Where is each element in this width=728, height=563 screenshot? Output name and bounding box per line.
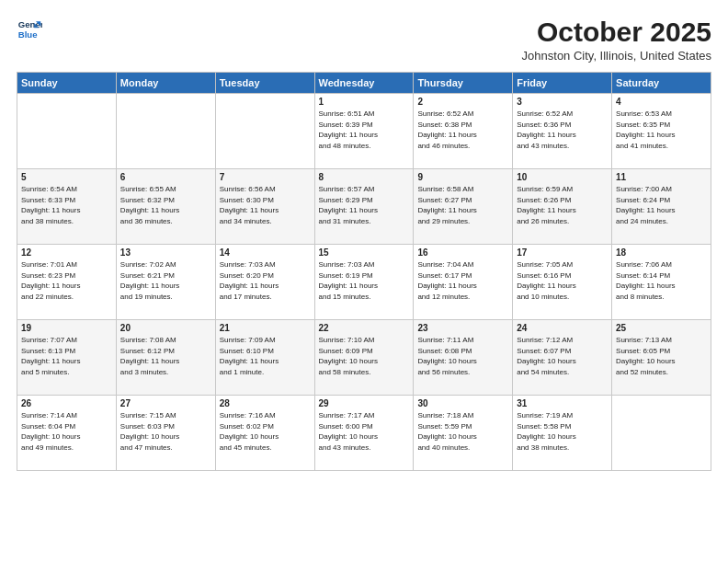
calendar-cell: 6Sunrise: 6:55 AM Sunset: 6:32 PM Daylig… bbox=[116, 169, 215, 245]
day-info: Sunrise: 6:56 AM Sunset: 6:30 PM Dayligh… bbox=[220, 184, 311, 226]
calendar-cell bbox=[612, 396, 711, 471]
day-info: Sunrise: 7:14 AM Sunset: 6:04 PM Dayligh… bbox=[21, 410, 112, 453]
day-number: 30 bbox=[417, 398, 508, 408]
day-number: 8 bbox=[319, 172, 410, 182]
calendar-cell: 16Sunrise: 7:04 AM Sunset: 6:17 PM Dayli… bbox=[414, 245, 513, 320]
day-info: Sunrise: 6:52 AM Sunset: 6:36 PM Dayligh… bbox=[517, 109, 608, 151]
week-row-0: 1Sunrise: 6:51 AM Sunset: 6:39 PM Daylig… bbox=[17, 94, 711, 169]
calendar-cell: 2Sunrise: 6:52 AM Sunset: 6:38 PM Daylig… bbox=[414, 94, 513, 169]
day-info: Sunrise: 6:59 AM Sunset: 6:26 PM Dayligh… bbox=[517, 184, 608, 226]
day-info: Sunrise: 7:00 AM Sunset: 6:24 PM Dayligh… bbox=[616, 184, 707, 226]
calendar-cell: 12Sunrise: 7:01 AM Sunset: 6:23 PM Dayli… bbox=[17, 245, 117, 320]
calendar-cell: 24Sunrise: 7:12 AM Sunset: 6:07 PM Dayli… bbox=[513, 320, 612, 396]
day-number: 12 bbox=[21, 247, 112, 258]
day-info: Sunrise: 6:53 AM Sunset: 6:35 PM Dayligh… bbox=[616, 109, 707, 151]
day-number: 23 bbox=[417, 323, 508, 333]
calendar-cell: 5Sunrise: 6:54 AM Sunset: 6:33 PM Daylig… bbox=[17, 169, 117, 245]
th-monday: Monday bbox=[116, 73, 215, 94]
day-info: Sunrise: 7:17 AM Sunset: 6:00 PM Dayligh… bbox=[319, 410, 410, 453]
logo: General Blue bbox=[17, 17, 42, 42]
day-number: 19 bbox=[21, 323, 112, 333]
th-wednesday: Wednesday bbox=[314, 73, 414, 94]
day-info: Sunrise: 6:58 AM Sunset: 6:27 PM Dayligh… bbox=[417, 184, 508, 226]
day-info: Sunrise: 6:55 AM Sunset: 6:32 PM Dayligh… bbox=[120, 184, 211, 226]
title-block: October 2025 Johnston City, Illinois, Un… bbox=[522, 17, 711, 63]
calendar-cell: 11Sunrise: 7:00 AM Sunset: 6:24 PM Dayli… bbox=[612, 169, 711, 245]
header: General Blue October 2025 Johnston City,… bbox=[17, 17, 711, 63]
calendar-cell: 14Sunrise: 7:03 AM Sunset: 6:20 PM Dayli… bbox=[215, 245, 314, 320]
header-row: Sunday Monday Tuesday Wednesday Thursday… bbox=[17, 73, 711, 94]
calendar-cell bbox=[215, 94, 314, 169]
day-info: Sunrise: 7:11 AM Sunset: 6:08 PM Dayligh… bbox=[417, 335, 508, 377]
day-number: 2 bbox=[417, 97, 508, 107]
day-info: Sunrise: 7:07 AM Sunset: 6:13 PM Dayligh… bbox=[21, 335, 112, 377]
calendar-table: Sunday Monday Tuesday Wednesday Thursday… bbox=[17, 72, 711, 471]
week-row-4: 26Sunrise: 7:14 AM Sunset: 6:04 PM Dayli… bbox=[17, 396, 711, 471]
calendar-cell: 29Sunrise: 7:17 AM Sunset: 6:00 PM Dayli… bbox=[314, 396, 414, 471]
calendar-cell: 10Sunrise: 6:59 AM Sunset: 6:26 PM Dayli… bbox=[513, 169, 612, 245]
day-number: 10 bbox=[517, 172, 608, 182]
day-info: Sunrise: 7:01 AM Sunset: 6:23 PM Dayligh… bbox=[21, 259, 112, 302]
day-info: Sunrise: 6:57 AM Sunset: 6:29 PM Dayligh… bbox=[319, 184, 410, 226]
day-number: 15 bbox=[319, 247, 410, 258]
th-sunday: Sunday bbox=[17, 73, 117, 94]
day-info: Sunrise: 6:54 AM Sunset: 6:33 PM Dayligh… bbox=[21, 184, 112, 226]
calendar-cell: 18Sunrise: 7:06 AM Sunset: 6:14 PM Dayli… bbox=[612, 245, 711, 320]
day-info: Sunrise: 7:06 AM Sunset: 6:14 PM Dayligh… bbox=[616, 259, 707, 302]
calendar-cell: 4Sunrise: 6:53 AM Sunset: 6:35 PM Daylig… bbox=[612, 94, 711, 169]
calendar-cell: 15Sunrise: 7:03 AM Sunset: 6:19 PM Dayli… bbox=[314, 245, 414, 320]
day-number: 29 bbox=[319, 398, 410, 408]
day-number: 14 bbox=[220, 247, 311, 258]
day-number: 3 bbox=[517, 97, 608, 107]
calendar-cell: 3Sunrise: 6:52 AM Sunset: 6:36 PM Daylig… bbox=[513, 94, 612, 169]
calendar-cell: 7Sunrise: 6:56 AM Sunset: 6:30 PM Daylig… bbox=[215, 169, 314, 245]
calendar-cell: 30Sunrise: 7:18 AM Sunset: 5:59 PM Dayli… bbox=[414, 396, 513, 471]
calendar-cell: 19Sunrise: 7:07 AM Sunset: 6:13 PM Dayli… bbox=[17, 320, 117, 396]
th-thursday: Thursday bbox=[414, 73, 513, 94]
day-number: 7 bbox=[220, 172, 311, 182]
svg-text:General: General bbox=[18, 19, 42, 29]
calendar-cell: 20Sunrise: 7:08 AM Sunset: 6:12 PM Dayli… bbox=[116, 320, 215, 396]
month-title: October 2025 bbox=[522, 17, 711, 47]
day-info: Sunrise: 7:04 AM Sunset: 6:17 PM Dayligh… bbox=[417, 259, 508, 302]
day-number: 9 bbox=[417, 172, 508, 182]
day-number: 21 bbox=[220, 323, 311, 333]
calendar-cell: 25Sunrise: 7:13 AM Sunset: 6:05 PM Dayli… bbox=[612, 320, 711, 396]
calendar-cell: 21Sunrise: 7:09 AM Sunset: 6:10 PM Dayli… bbox=[215, 320, 314, 396]
day-info: Sunrise: 6:52 AM Sunset: 6:38 PM Dayligh… bbox=[417, 109, 508, 151]
page: General Blue October 2025 Johnston City,… bbox=[0, 0, 728, 563]
day-number: 27 bbox=[120, 398, 211, 408]
day-info: Sunrise: 7:03 AM Sunset: 6:20 PM Dayligh… bbox=[220, 259, 311, 302]
th-saturday: Saturday bbox=[612, 73, 711, 94]
day-number: 25 bbox=[616, 323, 707, 333]
day-info: Sunrise: 6:51 AM Sunset: 6:39 PM Dayligh… bbox=[319, 109, 410, 151]
calendar-cell: 31Sunrise: 7:19 AM Sunset: 5:58 PM Dayli… bbox=[513, 396, 612, 471]
calendar-cell: 23Sunrise: 7:11 AM Sunset: 6:08 PM Dayli… bbox=[414, 320, 513, 396]
day-info: Sunrise: 7:09 AM Sunset: 6:10 PM Dayligh… bbox=[220, 335, 311, 377]
day-info: Sunrise: 7:08 AM Sunset: 6:12 PM Dayligh… bbox=[120, 335, 211, 377]
calendar-cell: 9Sunrise: 6:58 AM Sunset: 6:27 PM Daylig… bbox=[414, 169, 513, 245]
th-friday: Friday bbox=[513, 73, 612, 94]
day-info: Sunrise: 7:03 AM Sunset: 6:19 PM Dayligh… bbox=[319, 259, 410, 302]
day-number: 1 bbox=[319, 97, 410, 107]
calendar-cell: 17Sunrise: 7:05 AM Sunset: 6:16 PM Dayli… bbox=[513, 245, 612, 320]
day-number: 20 bbox=[120, 323, 211, 333]
calendar-cell bbox=[17, 94, 117, 169]
th-tuesday: Tuesday bbox=[215, 73, 314, 94]
day-number: 26 bbox=[21, 398, 112, 408]
week-row-1: 5Sunrise: 6:54 AM Sunset: 6:33 PM Daylig… bbox=[17, 169, 711, 245]
calendar-cell bbox=[116, 94, 215, 169]
day-info: Sunrise: 7:05 AM Sunset: 6:16 PM Dayligh… bbox=[517, 259, 608, 302]
day-info: Sunrise: 7:12 AM Sunset: 6:07 PM Dayligh… bbox=[517, 335, 608, 377]
calendar-cell: 28Sunrise: 7:16 AM Sunset: 6:02 PM Dayli… bbox=[215, 396, 314, 471]
day-number: 13 bbox=[120, 247, 211, 258]
calendar-cell: 8Sunrise: 6:57 AM Sunset: 6:29 PM Daylig… bbox=[314, 169, 414, 245]
day-number: 31 bbox=[517, 398, 608, 408]
day-number: 24 bbox=[517, 323, 608, 333]
day-info: Sunrise: 7:19 AM Sunset: 5:58 PM Dayligh… bbox=[517, 410, 608, 453]
calendar-cell: 13Sunrise: 7:02 AM Sunset: 6:21 PM Dayli… bbox=[116, 245, 215, 320]
week-row-2: 12Sunrise: 7:01 AM Sunset: 6:23 PM Dayli… bbox=[17, 245, 711, 320]
calendar-cell: 27Sunrise: 7:15 AM Sunset: 6:03 PM Dayli… bbox=[116, 396, 215, 471]
calendar-cell: 1Sunrise: 6:51 AM Sunset: 6:39 PM Daylig… bbox=[314, 94, 414, 169]
calendar-cell: 22Sunrise: 7:10 AM Sunset: 6:09 PM Dayli… bbox=[314, 320, 414, 396]
